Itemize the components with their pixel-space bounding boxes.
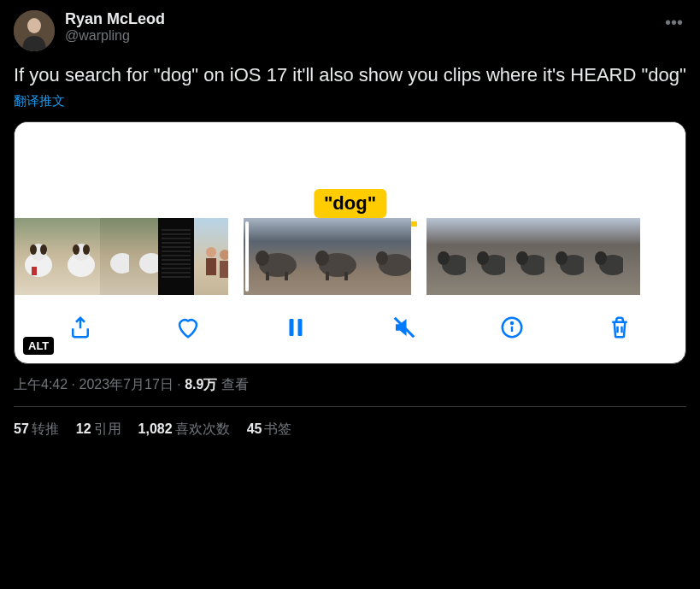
tweet-time[interactable]: 上午4:42 [14,377,68,392]
svg-point-36 [595,251,607,265]
tweet-meta: 上午4:42 · 2023年7月17日 · 8.9万 查看 [14,376,686,407]
svg-rect-16 [220,261,228,278]
thumbnail[interactable] [57,218,100,295]
thumbnail[interactable] [100,218,129,295]
svg-point-26 [376,251,388,265]
thumbnail[interactable] [426,218,466,295]
media-caption-area: "dog" [15,122,685,218]
svg-point-22 [315,250,329,266]
svg-point-1 [27,18,41,33]
svg-rect-15 [206,258,216,275]
mute-icon[interactable] [391,314,418,341]
svg-point-28 [438,251,450,265]
caption-chip: "dog" [314,189,386,218]
video-timeline[interactable] [15,218,685,295]
share-icon[interactable] [67,314,94,341]
thumbnail[interactable] [129,218,158,295]
svg-rect-37 [290,319,294,336]
avatar[interactable] [14,10,55,51]
alt-badge[interactable]: ALT [23,337,54,355]
thumbnail[interactable] [158,218,194,295]
author-names: Ryan McLeod @warpling [65,10,165,44]
svg-point-30 [477,251,489,265]
thumbnail[interactable] [194,218,228,295]
svg-rect-38 [298,319,303,336]
svg-rect-19 [266,272,269,280]
info-icon[interactable] [498,314,526,341]
retweets-stat[interactable]: 57转推 [14,421,59,439]
clip-group-1[interactable] [15,218,228,295]
svg-rect-20 [285,272,288,280]
thumbnail[interactable] [303,218,363,295]
more-options-icon[interactable]: ••• [662,10,686,34]
pause-icon[interactable] [282,314,309,341]
media-card: "dog" [14,121,686,364]
thumbnail[interactable] [623,218,640,295]
svg-point-13 [206,247,216,257]
svg-rect-23 [326,272,329,280]
views-count[interactable]: 8.9万 [185,377,217,392]
thumbnail[interactable] [584,218,623,295]
thumbnail[interactable] [544,218,584,295]
media-toolbar [15,295,685,363]
thumbnail[interactable] [466,218,505,295]
svg-point-4 [30,244,37,255]
svg-point-10 [83,244,90,255]
tweet-header: Ryan McLeod @warpling ••• [14,10,686,51]
likes-stat[interactable]: 1,082喜欢次数 [138,421,230,439]
svg-point-11 [110,253,129,274]
bookmarks-stat[interactable]: 45书签 [247,421,292,439]
thumbnail[interactable] [505,218,544,295]
svg-point-32 [516,251,528,265]
svg-point-9 [73,244,79,255]
svg-point-34 [556,251,568,265]
tweet-text: If you search for "dog" on iOS 17 it'll … [14,63,686,88]
svg-point-42 [511,322,513,324]
views-label: 查看 [217,377,248,392]
thumbnail[interactable] [363,218,411,295]
clip-group-3[interactable] [426,218,640,295]
thumbnail[interactable] [15,218,57,295]
thumbnail[interactable] [244,218,303,295]
svg-point-14 [220,250,228,260]
trash-icon[interactable] [606,314,633,341]
svg-point-5 [40,244,47,255]
heart-icon[interactable] [174,314,202,341]
quotes-stat[interactable]: 12引用 [76,421,121,439]
svg-point-18 [256,250,269,266]
display-name[interactable]: Ryan McLeod [65,10,165,28]
playhead[interactable] [245,221,249,292]
handle[interactable]: @warpling [65,28,165,44]
tweet-container: Ryan McLeod @warpling ••• If you search … [0,0,700,449]
svg-rect-24 [344,272,348,280]
svg-rect-6 [32,267,37,275]
clip-group-2[interactable] [244,218,411,295]
translate-link[interactable]: 翻译推文 [14,93,686,109]
svg-point-12 [139,253,158,274]
tweet-stats: 57转推 12引用 1,082喜欢次数 45书签 [14,407,686,439]
tweet-date[interactable]: 2023年7月17日 [79,377,173,392]
